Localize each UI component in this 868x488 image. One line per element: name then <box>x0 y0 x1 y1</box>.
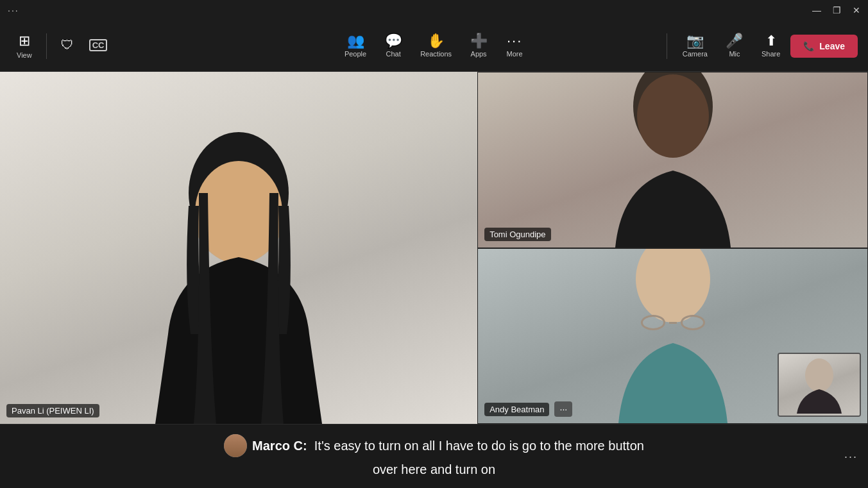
caption-bar: Marco C: It's easy to turn on all I have… <box>0 424 868 488</box>
andy-name-area: Andy Beatman ··· <box>484 401 572 417</box>
apps-icon: ➕ <box>470 34 488 48</box>
share-label: Share <box>762 50 780 58</box>
cc-icon: CC <box>89 39 108 51</box>
tomi-name-text: Tomi Ogundipe <box>489 230 545 239</box>
more-button[interactable]: ··· More <box>498 30 531 62</box>
caption-more-button[interactable]: ··· <box>844 450 858 463</box>
pavan-name-text: Pavan Li (PEIWEN LI) <box>12 406 94 416</box>
pavan-background <box>0 72 477 424</box>
view-label: View <box>17 51 32 59</box>
people-label: People <box>345 50 366 58</box>
reactions-button[interactable]: ✋ Reactions <box>413 30 459 62</box>
toolbar: ⊞ View 🛡 CC 👥 People 💬 Chat ✋ Reactions … <box>0 21 868 72</box>
toolbar-right: 📷 Camera 🎤 Mic ⬆ Share 📞 Leave <box>661 30 858 62</box>
pavan-silhouette <box>104 90 373 424</box>
mic-label: Mic <box>729 50 740 58</box>
tomi-name-label: Tomi Ogundipe <box>484 228 550 241</box>
mic-icon: 🎤 <box>726 34 743 48</box>
video-grid: Pavan Li (PEIWEN LI) Tomi Ogundipe <box>0 72 868 424</box>
marco-avatar-face <box>224 434 247 457</box>
leave-phone-icon: 📞 <box>803 41 814 51</box>
toolbar-left: ⊞ View 🛡 CC <box>10 29 114 63</box>
people-icon: 👥 <box>347 34 364 48</box>
title-bar-dots: ··· <box>8 5 19 15</box>
maximize-button[interactable]: ❐ <box>833 5 841 15</box>
caption-speaker: Marco C: <box>252 439 307 453</box>
andy-silhouette <box>577 248 769 424</box>
video-cell-tomi: Tomi Ogundipe <box>477 72 868 248</box>
video-side: Tomi Ogundipe <box>477 72 868 424</box>
security-button[interactable]: 🛡 <box>55 34 80 58</box>
svg-point-4 <box>637 74 709 158</box>
view-button[interactable]: ⊞ View <box>10 29 38 63</box>
chat-label: Chat <box>386 50 401 58</box>
video-main-pavan: Pavan Li (PEIWEN LI) <box>0 72 477 424</box>
mic-button[interactable]: 🎤 Mic <box>718 30 751 62</box>
caption-line1: Marco C: It's easy to turn on all I have… <box>252 436 644 455</box>
caption-row: Marco C: It's easy to turn on all I have… <box>224 434 644 457</box>
share-icon: ⬆ <box>765 34 777 48</box>
andy-more-button[interactable]: ··· <box>554 401 572 417</box>
pip-inner <box>779 354 860 416</box>
captions-button[interactable]: CC <box>83 35 114 57</box>
apps-label: Apps <box>471 50 487 58</box>
tomi-silhouette <box>577 72 769 248</box>
pip-silhouette <box>790 356 848 414</box>
reactions-label: Reactions <box>420 50 452 58</box>
people-button[interactable]: 👥 People <box>337 30 374 62</box>
svg-point-6 <box>805 358 833 392</box>
chat-button[interactable]: 💬 Chat <box>377 30 410 62</box>
reactions-icon: ✋ <box>427 34 445 48</box>
svg-point-5 <box>636 248 710 323</box>
minimize-button[interactable]: — <box>812 5 821 15</box>
share-button[interactable]: ⬆ Share <box>754 30 788 62</box>
camera-icon: 📷 <box>686 34 704 48</box>
toolbar-divider <box>46 33 47 59</box>
apps-button[interactable]: ➕ Apps <box>462 30 495 62</box>
camera-label: Camera <box>683 50 708 58</box>
title-bar-controls: — ❐ ✕ <box>812 5 860 15</box>
caption-text-line1: It's easy to turn on all I have to do is… <box>314 439 644 453</box>
andy-name-label: Andy Beatman <box>484 403 549 416</box>
caption-row2: over here and turn on <box>373 460 495 479</box>
caption-avatar <box>224 434 247 457</box>
view-icon: ⊞ <box>19 33 30 49</box>
pip-box <box>778 353 861 417</box>
more-icon: ··· <box>507 34 522 48</box>
chat-icon: 💬 <box>385 34 402 48</box>
shield-icon: 🛡 <box>61 38 74 53</box>
title-bar: ··· — ❐ ✕ <box>0 0 868 21</box>
pavan-name-label: Pavan Li (PEIWEN LI) <box>6 404 99 417</box>
caption-text-line2: over here and turn on <box>373 460 495 479</box>
leave-label: Leave <box>819 41 845 51</box>
toolbar-divider-right <box>667 33 667 59</box>
camera-button[interactable]: 📷 Camera <box>675 30 715 62</box>
leave-button[interactable]: 📞 Leave <box>790 35 858 58</box>
more-label: More <box>507 50 523 58</box>
toolbar-center: 👥 People 💬 Chat ✋ Reactions ➕ Apps ··· M… <box>337 30 531 62</box>
video-cell-andy: Andy Beatman ··· <box>477 248 868 425</box>
close-button[interactable]: ✕ <box>853 5 860 15</box>
